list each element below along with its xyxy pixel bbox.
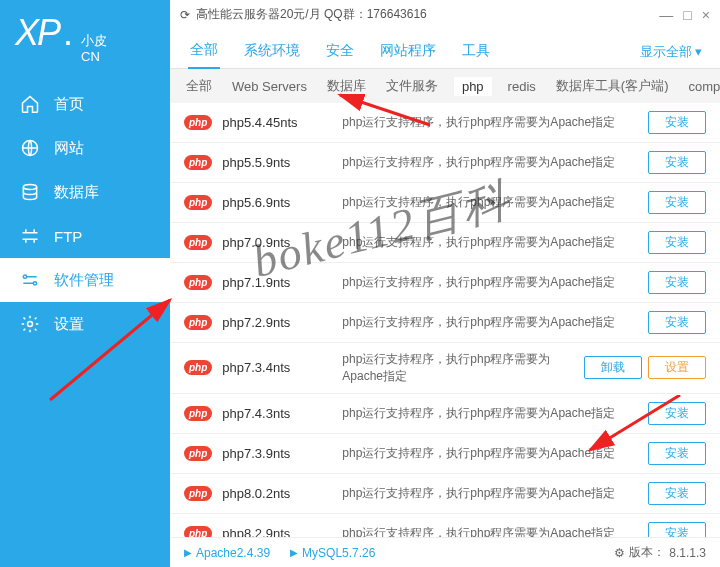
list-item: php php7.4.3nts php运行支持程序，执行php程序需要为Apac… [170, 394, 720, 434]
titlebar-text: 高性能云服务器20元/月 QQ群：176643616 [196, 6, 427, 23]
package-name: php5.6.9nts [222, 195, 332, 210]
tabs-secondary: 全部Web Servers数据库文件服务phpredis数据库工具(客户端)co… [170, 69, 720, 103]
sidebar-item-label: 网站 [54, 139, 84, 158]
uninstall-button[interactable]: 卸载 [584, 356, 642, 379]
logo-top: 小皮 [81, 33, 107, 49]
logo-dot: . [63, 12, 73, 54]
php-badge: php [184, 486, 212, 501]
db-icon [20, 182, 40, 202]
subtab-redis[interactable]: redis [504, 77, 540, 96]
package-actions: 安装 [648, 191, 706, 214]
minimize-button[interactable]: — [659, 7, 673, 23]
list-item: php php5.5.9nts php运行支持程序，执行php程序需要为Apac… [170, 143, 720, 183]
sidebar-item-db[interactable]: 数据库 [0, 170, 170, 214]
version-value: 8.1.1.3 [669, 546, 706, 560]
soft-icon [20, 270, 40, 290]
package-desc: php运行支持程序，执行php程序需要为Apache指定 [342, 114, 638, 131]
package-actions: 安装 [648, 311, 706, 334]
package-desc: php运行支持程序，执行php程序需要为Apache指定 [342, 525, 638, 537]
php-badge: php [184, 360, 212, 375]
sidebar-item-label: 设置 [54, 315, 84, 334]
install-button[interactable]: 安装 [648, 522, 706, 537]
list-item: php php5.6.9nts php运行支持程序，执行php程序需要为Apac… [170, 183, 720, 223]
install-button[interactable]: 安装 [648, 111, 706, 134]
list-item: php php7.1.9nts php运行支持程序，执行php程序需要为Apac… [170, 263, 720, 303]
package-name: php7.3.9nts [222, 446, 332, 461]
tab-安全[interactable]: 安全 [324, 36, 356, 68]
tab-网站程序[interactable]: 网站程序 [378, 36, 438, 68]
php-badge: php [184, 406, 212, 421]
logo: XP . 小皮 CN [0, 0, 170, 82]
install-button[interactable]: 安装 [648, 191, 706, 214]
ftp-icon [20, 226, 40, 246]
package-name: php7.1.9nts [222, 275, 332, 290]
php-badge: php [184, 195, 212, 210]
package-actions: 安装 [648, 482, 706, 505]
package-name: php8.2.9nts [222, 526, 332, 537]
show-all-dropdown[interactable]: 显示全部 ▾ [640, 43, 702, 61]
svg-point-2 [23, 275, 26, 278]
sidebar-item-label: 数据库 [54, 183, 99, 202]
package-desc: php运行支持程序，执行php程序需要为Apache指定 [342, 154, 638, 171]
package-actions: 安装 [648, 111, 706, 134]
package-desc: php运行支持程序，执行php程序需要为Apache指定 [342, 485, 638, 502]
package-desc: php运行支持程序，执行php程序需要为Apache指定 [342, 351, 574, 385]
sidebar-item-site[interactable]: 网站 [0, 126, 170, 170]
package-name: php7.2.9nts [222, 315, 332, 330]
sidebar-item-soft[interactable]: 软件管理 [0, 258, 170, 302]
settings-button[interactable]: 设置 [648, 356, 706, 379]
list-item: php php7.2.9nts php运行支持程序，执行php程序需要为Apac… [170, 303, 720, 343]
package-actions: 安装 [648, 522, 706, 537]
refresh-icon[interactable]: ⟳ [180, 8, 190, 22]
subtab-数据库[interactable]: 数据库 [323, 75, 370, 97]
package-list: php php5.4.45nts php运行支持程序，执行php程序需要为Apa… [170, 103, 720, 537]
tab-全部[interactable]: 全部 [188, 35, 220, 69]
php-badge: php [184, 446, 212, 461]
tab-系统环境[interactable]: 系统环境 [242, 36, 302, 68]
subtab-Web Servers[interactable]: Web Servers [228, 77, 311, 96]
package-name: php8.0.2nts [222, 486, 332, 501]
gear-icon: ⚙ [614, 546, 625, 560]
package-desc: php运行支持程序，执行php程序需要为Apache指定 [342, 405, 638, 422]
play-icon: ▶ [184, 547, 192, 558]
status-apache[interactable]: ▶Apache2.4.39 [184, 546, 270, 560]
tab-工具[interactable]: 工具 [460, 36, 492, 68]
install-button[interactable]: 安装 [648, 482, 706, 505]
install-button[interactable]: 安装 [648, 231, 706, 254]
logo-xp: XP [15, 12, 59, 54]
version-label: 版本： [629, 544, 665, 561]
install-button[interactable]: 安装 [648, 151, 706, 174]
install-button[interactable]: 安装 [648, 442, 706, 465]
php-badge: php [184, 315, 212, 330]
sidebar-item-ftp[interactable]: FTP [0, 214, 170, 258]
list-item: php php5.4.45nts php运行支持程序，执行php程序需要为Apa… [170, 103, 720, 143]
logo-bottom: CN [81, 49, 107, 65]
package-actions: 安装 [648, 442, 706, 465]
status-mysql[interactable]: ▶MySQL5.7.26 [290, 546, 375, 560]
show-all-label: 显示全部 [640, 43, 692, 61]
sidebar-item-home[interactable]: 首页 [0, 82, 170, 126]
install-button[interactable]: 安装 [648, 271, 706, 294]
play-icon: ▶ [290, 547, 298, 558]
install-button[interactable]: 安装 [648, 311, 706, 334]
package-name: php7.0.9nts [222, 235, 332, 250]
home-icon [20, 94, 40, 114]
php-badge: php [184, 155, 212, 170]
maximize-button[interactable]: □ [683, 7, 691, 23]
install-button[interactable]: 安装 [648, 402, 706, 425]
package-desc: php运行支持程序，执行php程序需要为Apache指定 [342, 314, 638, 331]
close-button[interactable]: × [702, 7, 710, 23]
svg-point-1 [23, 185, 36, 190]
subtab-数据库工具(客户端)[interactable]: 数据库工具(客户端) [552, 75, 673, 97]
list-item: php php8.0.2nts php运行支持程序，执行php程序需要为Apac… [170, 474, 720, 514]
tabs-primary: 全部系统环境安全网站程序工具 显示全部 ▾ [170, 29, 720, 69]
subtab-全部[interactable]: 全部 [182, 75, 216, 97]
list-item: php php8.2.9nts php运行支持程序，执行php程序需要为Apac… [170, 514, 720, 537]
package-desc: php运行支持程序，执行php程序需要为Apache指定 [342, 445, 638, 462]
php-badge: php [184, 235, 212, 250]
list-item: php php7.3.4nts php运行支持程序，执行php程序需要为Apac… [170, 343, 720, 394]
subtab-文件服务[interactable]: 文件服务 [382, 75, 442, 97]
subtab-composer[interactable]: composer [684, 77, 720, 96]
sidebar-item-settings[interactable]: 设置 [0, 302, 170, 346]
subtab-php[interactable]: php [454, 77, 492, 96]
